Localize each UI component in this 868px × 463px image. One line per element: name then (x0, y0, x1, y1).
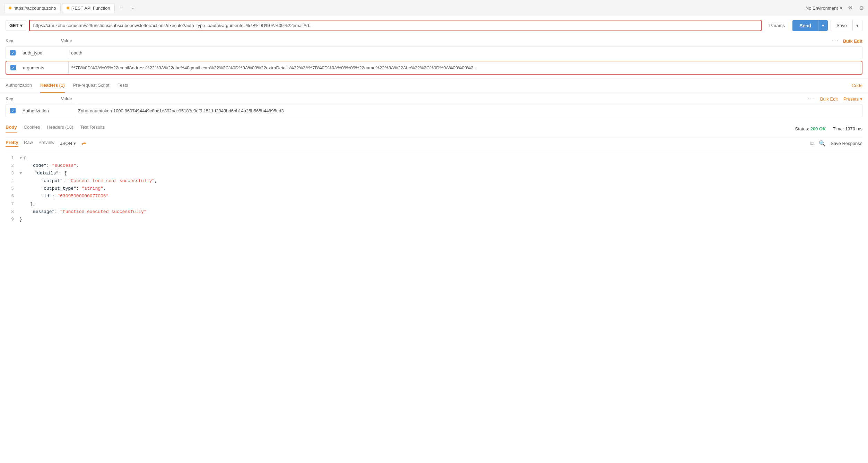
tab-more-button[interactable]: ··· (128, 3, 137, 13)
url-input[interactable] (29, 20, 762, 31)
params-bulk-edit[interactable]: Bulk Edit (843, 38, 862, 44)
line-num-6: 6 (6, 192, 19, 200)
tab-rest-api[interactable]: REST API Function (62, 3, 115, 13)
tab-dot-rest (67, 7, 69, 9)
status-label: Status: 200 OK (795, 126, 826, 131)
presets-chevron: ▾ (860, 96, 862, 102)
hdr-val-header: Value (61, 96, 808, 101)
params-value-header: Value (61, 38, 72, 43)
line-content-5: "output_type": "string", (19, 185, 862, 192)
header-row-authorization: Authorization Zoho-oauthtoken 1000.86074… (6, 104, 862, 117)
url-bar-section: GET ▾ Params Send ▾ Save ▾ (0, 16, 868, 35)
json-line-4: 4 "output": "Consent form sent successfu… (6, 177, 862, 185)
line-num-4: 4 (6, 177, 19, 185)
checkbox-auth-type[interactable] (10, 50, 16, 55)
json-format-chevron: ▾ (73, 141, 76, 146)
checkbox-auth-header[interactable] (10, 108, 16, 113)
method-label: GET (9, 23, 19, 28)
headers-toolbar: Key Value ··· Bulk Edit Presets ▾ (6, 93, 862, 104)
tab-bar-right: No Environment ▾ 👁 ⚙ (806, 5, 864, 11)
param-value-auth-type: oauth (68, 47, 862, 59)
param-checkbox-auth-type[interactable] (6, 46, 20, 59)
json-line-1: 1 ▼{ (6, 154, 862, 162)
param-value-arguments: %7B%0D%0A%09%22emailAddress%22%3A%22abc%… (69, 62, 862, 74)
tab-headers[interactable]: Headers (1) (40, 78, 65, 93)
presets-label: Presets (843, 96, 859, 102)
line-num-5: 5 (6, 185, 19, 192)
param-key-arguments: arguments (20, 62, 69, 74)
resp-tab-test-results[interactable]: Test Results (80, 125, 105, 133)
status-value: 200 OK (810, 126, 826, 131)
header-key-authorization: Authorization (20, 105, 75, 117)
line-content-9: } (19, 216, 862, 223)
json-format-label: JSON (60, 141, 72, 146)
header-checkbox-auth[interactable] (6, 104, 20, 117)
tab-pre-request[interactable]: Pre-request Script (73, 78, 110, 93)
env-label: No Environment (806, 6, 838, 11)
headers-more-button[interactable]: ··· (808, 96, 814, 102)
headers-bulk-edit[interactable]: Bulk Edit (820, 96, 838, 102)
save-dropdown-button[interactable]: ▾ (853, 20, 862, 31)
tab-accounts[interactable]: https://accounts.zoho (4, 3, 61, 13)
resp-tab-body[interactable]: Body (6, 125, 17, 133)
line-content-4: "output": "Consent form sent successfull… (19, 177, 862, 185)
line-num-7: 7 (6, 200, 19, 208)
resp-tab-cookies[interactable]: Cookies (24, 125, 40, 133)
copy-icon[interactable]: ⧉ (810, 140, 814, 147)
line-num-2: 2 (6, 162, 19, 170)
format-tabs: Pretty Raw Preview JSON ▾ ⇌ ⧉ 🔍 Save Res… (6, 137, 862, 150)
time-label: Time: 1970 ms (833, 126, 862, 131)
checkbox-arguments[interactable] (10, 65, 16, 70)
param-checkbox-arguments[interactable] (6, 61, 20, 74)
params-key-header: Key (6, 38, 61, 43)
save-button[interactable]: Save (831, 20, 853, 31)
json-format-select[interactable]: JSON ▾ (60, 141, 76, 146)
line-content-7: }, (19, 200, 862, 208)
params-button[interactable]: Params (764, 20, 790, 31)
fmt-tab-preview[interactable]: Preview (38, 140, 54, 147)
tab-dot-accounts (9, 7, 11, 9)
method-select[interactable]: GET ▾ (6, 20, 26, 31)
collapse-3[interactable]: ▼ (19, 171, 22, 176)
param-row-auth-type: auth_type oauth (6, 46, 862, 59)
tab-bar: https://accounts.zoho REST API Function … (0, 0, 868, 16)
fmt-tab-pretty[interactable]: Pretty (6, 140, 18, 147)
send-dropdown-button[interactable]: ▾ (818, 20, 828, 31)
json-line-6: 6 "id": "63095000000077006" (6, 192, 862, 200)
params-section: Key Value ··· Bulk Edit auth_type oauth … (0, 35, 868, 78)
line-num-1: 1 (6, 154, 19, 162)
headers-section: Key Value ··· Bulk Edit Presets ▾ Author… (0, 93, 868, 121)
json-line-2: 2 "code": "success", (6, 162, 862, 170)
json-line-7: 7 }, (6, 200, 862, 208)
tab-rest-label: REST API Function (71, 6, 110, 11)
code-link[interactable]: Code (852, 83, 862, 88)
send-button[interactable]: Send (792, 20, 818, 31)
env-selector[interactable]: No Environment ▾ (806, 6, 842, 11)
line-content-1: ▼{ (19, 154, 862, 162)
search-icon[interactable]: 🔍 (819, 140, 826, 147)
param-row-arguments: arguments %7B%0D%0A%09%22emailAddress%22… (6, 61, 862, 75)
wrap-icon[interactable]: ⇌ (81, 140, 86, 147)
line-content-6: "id": "63095000000077006" (19, 192, 862, 200)
response-top: Body Cookies Headers (18) Test Results S… (6, 121, 862, 137)
eye-icon[interactable]: 👁 (848, 5, 853, 11)
line-content-3: ▼ "details": { (19, 170, 862, 177)
line-num-8: 8 (6, 208, 19, 216)
send-button-group: Send ▾ (792, 20, 828, 31)
tab-tests[interactable]: Tests (118, 78, 128, 93)
params-header-right: ··· Bulk Edit (832, 38, 862, 44)
fmt-tab-raw[interactable]: Raw (24, 140, 33, 147)
tab-authorization[interactable]: Authorization (6, 78, 32, 93)
params-header: Key Value ··· Bulk Edit (6, 35, 862, 46)
request-tabs: Authorization Headers (1) Pre-request Sc… (0, 78, 868, 93)
resp-tab-headers[interactable]: Headers (18) (47, 125, 73, 133)
tab-accounts-label: https://accounts.zoho (14, 6, 56, 11)
hdr-key-header: Key (6, 96, 61, 101)
presets-button[interactable]: Presets ▾ (843, 96, 862, 102)
collapse-1[interactable]: ▼ (19, 155, 22, 161)
env-chevron: ▾ (840, 6, 842, 11)
save-response-button[interactable]: Save Response (831, 141, 862, 146)
gear-icon[interactable]: ⚙ (859, 5, 864, 11)
params-more-button[interactable]: ··· (832, 38, 839, 44)
tab-add-button[interactable]: + (116, 3, 126, 13)
